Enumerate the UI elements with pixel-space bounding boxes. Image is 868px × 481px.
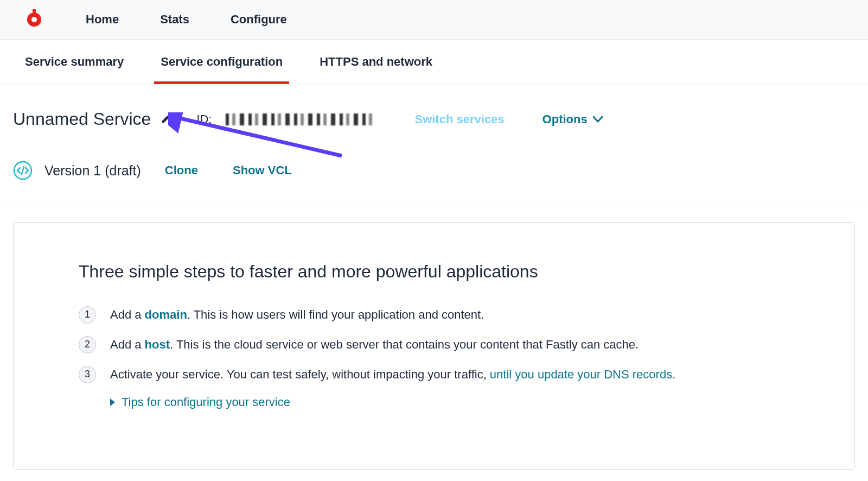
tips-row[interactable]: Tips for configuring your service (110, 395, 789, 409)
dns-records-link[interactable]: until you update your DNS records (490, 368, 672, 381)
host-link[interactable]: host (145, 338, 170, 351)
step-text-part: Add a (110, 338, 145, 351)
step-text-part: Activate your service. You can test safe… (110, 368, 490, 381)
service-name: Unnamed Service (13, 109, 151, 129)
sub-tabs: Service summary Service configuration HT… (0, 40, 868, 84)
version-label: Version 1 (draft) (44, 163, 141, 179)
onboarding-title: Three simple steps to faster and more po… (79, 262, 789, 282)
service-title-row: Unnamed Service ID: Switch services Opti… (13, 109, 855, 129)
step-text-part: Add a (110, 308, 145, 321)
edit-name-button[interactable] (161, 112, 173, 126)
step-text-part: . This is the cloud service or web serve… (170, 338, 639, 351)
step-text-part: . (672, 368, 675, 381)
chevron-down-icon (593, 116, 603, 123)
top-nav: Home Stats Configure (86, 12, 287, 27)
domain-link[interactable]: domain (145, 308, 187, 321)
show-vcl-button[interactable]: Show VCL (233, 163, 292, 178)
service-id-label: ID: (196, 112, 212, 126)
tab-service-summary[interactable]: Service summary (25, 40, 124, 84)
tips-link: Tips for configuring your service (122, 395, 290, 409)
step-number: 3 (79, 366, 96, 383)
onboarding-box: Three simple steps to faster and more po… (13, 222, 855, 470)
step-text-part: . This is how users will find your appli… (187, 308, 484, 321)
pencil-icon (161, 112, 173, 124)
step-text: Add a host. This is the cloud service or… (110, 336, 639, 353)
switch-services-link[interactable]: Switch services (414, 112, 504, 126)
svg-rect-3 (34, 11, 35, 14)
svg-line-5 (22, 167, 24, 174)
code-icon (13, 161, 33, 180)
step-text: Activate your service. You can test safe… (110, 365, 675, 383)
clone-button[interactable]: Clone (165, 163, 198, 178)
nav-stats[interactable]: Stats (160, 12, 189, 27)
tab-https-network[interactable]: HTTPS and network (320, 40, 432, 84)
nav-configure[interactable]: Configure (231, 12, 287, 27)
nav-home[interactable]: Home (86, 12, 119, 27)
steps-list: 1 Add a domain. This is how users will f… (79, 306, 789, 383)
options-label: Options (542, 112, 588, 126)
tab-service-configuration[interactable]: Service configuration (161, 40, 283, 84)
step-3: 3 Activate your service. You can test sa… (79, 365, 789, 383)
step-1: 1 Add a domain. This is how users will f… (79, 306, 789, 324)
brand-logo[interactable] (25, 9, 43, 30)
step-text: Add a domain. This is how users will fin… (110, 306, 484, 324)
step-number: 1 (79, 306, 96, 324)
step-2: 2 Add a host. This is the cloud service … (79, 336, 789, 353)
options-dropdown[interactable]: Options (542, 112, 603, 126)
service-header: Unnamed Service ID: Switch services Opti… (0, 84, 868, 200)
version-row: Version 1 (draft) Clone Show VCL (13, 161, 855, 180)
step-number: 2 (79, 336, 96, 353)
content-wrap: Three simple steps to faster and more po… (0, 200, 868, 470)
service-id-value (226, 113, 372, 125)
triangle-right-icon (110, 398, 115, 406)
svg-point-1 (31, 17, 37, 22)
top-header: Home Stats Configure (0, 0, 868, 40)
